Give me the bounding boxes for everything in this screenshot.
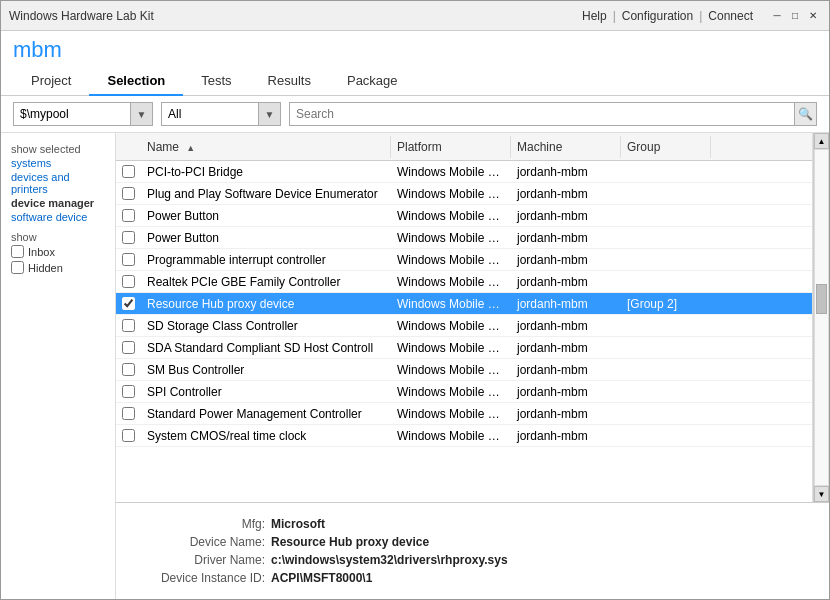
mfg-label: Mfg: (136, 517, 271, 531)
sidebar-systems-link[interactable]: systems (11, 157, 105, 169)
scroll-thumb[interactable] (816, 284, 827, 314)
configuration-link[interactable]: Configuration (622, 9, 693, 23)
scroll-track[interactable] (814, 149, 829, 486)
header-name: Name ▲ (141, 136, 391, 158)
table-row[interactable]: SDA Standard Compliant SD Host ControllW… (116, 337, 812, 359)
type-dropdown[interactable]: All ▼ (161, 102, 281, 126)
app-header: mbm Project Selection Tests Results Pack… (1, 31, 829, 96)
row-platform: Windows Mobile v1C (391, 185, 511, 203)
row-name: Power Button (141, 229, 391, 247)
table-row[interactable]: Programmable interrupt controllerWindows… (116, 249, 812, 271)
row-machine: jordanh-mbm (511, 207, 621, 225)
row-platform: Windows Mobile v1C (391, 251, 511, 269)
row-checkbox-cell (116, 273, 141, 290)
header-machine: Machine (511, 136, 621, 158)
table-row[interactable]: SPI ControllerWindows Mobile v1Cjordanh-… (116, 381, 812, 403)
tab-package[interactable]: Package (329, 67, 416, 96)
row-checkbox-cell (116, 207, 141, 224)
row-checkbox[interactable] (122, 407, 135, 420)
row-checkbox[interactable] (122, 341, 135, 354)
header-platform: Platform (391, 136, 511, 158)
tab-tests[interactable]: Tests (183, 67, 249, 96)
table-row[interactable]: Power ButtonWindows Mobile v1Cjordanh-mb… (116, 227, 812, 249)
row-group: [Group 2] (621, 295, 711, 313)
pool-dropdown[interactable]: $\mypool ▼ (13, 102, 153, 126)
close-button[interactable]: ✕ (805, 8, 821, 24)
row-group (621, 346, 711, 350)
maximize-button[interactable]: □ (787, 8, 803, 24)
row-checkbox[interactable] (122, 363, 135, 376)
scroll-down-arrow[interactable]: ▼ (814, 486, 829, 502)
mfg-value: Microsoft (271, 517, 325, 531)
row-platform: Windows Mobile v1C (391, 207, 511, 225)
row-checkbox-cell (116, 339, 141, 356)
tab-bar: Project Selection Tests Results Package (13, 67, 817, 95)
search-icon[interactable]: 🔍 (794, 103, 816, 125)
table-row[interactable]: SD Storage Class ControllerWindows Mobil… (116, 315, 812, 337)
row-group (621, 236, 711, 240)
row-machine: jordanh-mbm (511, 163, 621, 181)
row-machine: jordanh-mbm (511, 185, 621, 203)
sidebar-devices-link[interactable]: devices and printers (11, 171, 105, 195)
inbox-label: Inbox (28, 246, 55, 258)
row-checkbox[interactable] (122, 231, 135, 244)
row-checkbox-cell (116, 361, 141, 378)
row-checkbox-cell (116, 163, 141, 180)
row-checkbox[interactable] (122, 275, 135, 288)
row-checkbox[interactable] (122, 253, 135, 266)
sidebar-software-device-link[interactable]: software device (11, 211, 105, 223)
row-group (621, 412, 711, 416)
pool-dropdown-arrow[interactable]: ▼ (130, 103, 152, 125)
table-row[interactable]: Standard Power Management ControllerWind… (116, 403, 812, 425)
table-row[interactable]: Plug and Play Software Device Enumerator… (116, 183, 812, 205)
title-sep-1: | (613, 9, 616, 23)
row-machine: jordanh-mbm (511, 361, 621, 379)
row-name: Power Button (141, 207, 391, 225)
tab-project[interactable]: Project (13, 67, 89, 96)
scroll-up-arrow[interactable]: ▲ (814, 133, 829, 149)
row-checkbox[interactable] (122, 165, 135, 178)
row-checkbox[interactable] (122, 429, 135, 442)
table-row[interactable]: Resource Hub proxy deviceWindows Mobile … (116, 293, 812, 315)
inbox-checkbox[interactable] (11, 245, 24, 258)
row-checkbox-cell (116, 427, 141, 444)
show-section: show Inbox Hidden (11, 231, 105, 274)
connect-link[interactable]: Connect (708, 9, 753, 23)
row-platform: Windows Mobile v1C (391, 339, 511, 357)
row-machine: jordanh-mbm (511, 251, 621, 269)
help-link[interactable]: Help (582, 9, 607, 23)
row-name: Resource Hub proxy device (141, 295, 391, 313)
hidden-checkbox[interactable] (11, 261, 24, 274)
tab-selection[interactable]: Selection (89, 67, 183, 96)
table-scrollbar[interactable]: ▲ ▼ (813, 133, 829, 502)
row-checkbox[interactable] (122, 209, 135, 222)
row-machine: jordanh-mbm (511, 295, 621, 313)
table-row[interactable]: Power ButtonWindows Mobile v1Cjordanh-mb… (116, 205, 812, 227)
table-row[interactable]: PCI-to-PCI BridgeWindows Mobile v1Cjorda… (116, 161, 812, 183)
row-name: SM Bus Controller (141, 361, 391, 379)
search-box[interactable]: 🔍 (289, 102, 817, 126)
row-checkbox[interactable] (122, 297, 135, 310)
tab-results[interactable]: Results (250, 67, 329, 96)
row-name: Realtek PCIe GBE Family Controller (141, 273, 391, 291)
search-input[interactable] (290, 107, 794, 121)
show-selected-label: show selected (11, 143, 105, 155)
row-checkbox[interactable] (122, 319, 135, 332)
row-checkbox[interactable] (122, 187, 135, 200)
type-dropdown-arrow[interactable]: ▼ (258, 103, 280, 125)
row-platform: Windows Mobile v1C (391, 229, 511, 247)
row-group (621, 214, 711, 218)
table-row[interactable]: SM Bus ControllerWindows Mobile v1Cjorda… (116, 359, 812, 381)
minimize-button[interactable]: ─ (769, 8, 785, 24)
row-checkbox-cell (116, 383, 141, 400)
row-checkbox-cell (116, 251, 141, 268)
row-platform: Windows Mobile v1C (391, 361, 511, 379)
sidebar-device-manager-link[interactable]: device manager (11, 197, 105, 209)
device-table: Name ▲ Platform Machine Group PCI-to-PCI… (116, 133, 813, 502)
table-row[interactable]: Realtek PCIe GBE Family ControllerWindow… (116, 271, 812, 293)
row-name: PCI-to-PCI Bridge (141, 163, 391, 181)
table-row[interactable]: System CMOS/real time clockWindows Mobil… (116, 425, 812, 447)
row-group (621, 258, 711, 262)
row-checkbox[interactable] (122, 385, 135, 398)
instance-id-label: Device Instance ID: (136, 571, 271, 585)
